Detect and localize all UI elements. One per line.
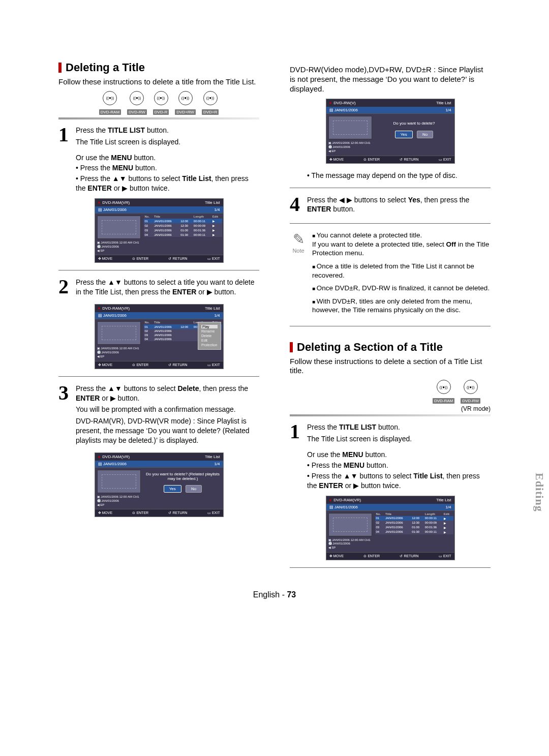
left-column: Deleting a Title Follow these instructio… [58,61,259,575]
step-number: 3 [58,384,76,402]
divider [290,223,491,224]
yes-button[interactable]: Yes [164,485,181,493]
divider [290,188,491,188]
yes-button[interactable]: Yes [395,131,413,138]
osd-thumbnail [328,116,372,139]
divider [58,376,259,377]
note-item: With DVD±R, titles are only deleted from… [312,297,491,315]
disc-item: ((●))DVD+R [202,91,219,115]
divider-band [290,414,491,416]
osd-confirm-v: DVD-RW(V)Title List ▤ JAN/01/20061/4 ▣ J… [326,99,455,163]
divider [58,270,259,270]
step-3: 3 Press the ▲▼ buttons to select Delete,… [58,384,259,447]
step-4: 4 Press the ◀ ▶ buttons to select Yes, t… [290,195,491,217]
sec2-step1-alt: Or use the MENU button. Press the MENU b… [290,450,491,491]
disc-icon: ((●)) [437,380,451,394]
section1-intro: Follow these instructions to delete a ti… [58,77,259,87]
section2-title: Deleting a Section of a Title [290,341,491,354]
step-body: Press the TITLE LIST button. The Title L… [307,422,491,446]
section1-title: Deleting a Title [58,61,259,74]
disc-icon: ((●)) [130,91,144,105]
note-box: ✎ Note You cannot delete a protected tit… [290,231,491,318]
section2-intro: Follow these instructions to delete a se… [290,357,491,376]
sec2-step-1: 1 Press the TITLE LIST button. The Title… [290,422,491,446]
osd-thumbnail [97,216,141,239]
osd-title-list-2: DVD-RAM(VR)Title List ▤ JAN/01/20061/4 ▣… [326,496,455,560]
step-body: Press the ▲▼ buttons to select Delete, t… [76,384,259,447]
step-number: 1 [58,126,76,144]
divider-band [58,117,259,119]
disc-item: ((●))DVD+RW [175,91,196,115]
step-body: Press the ◀ ▶ buttons to select Yes, the… [307,195,491,217]
divider [290,567,491,568]
step-number: 2 [58,278,76,296]
osd-thumbnail [97,470,141,493]
right-column: DVD-RW(Video mode),DVD+RW, DVD±R : Since… [290,61,491,575]
disc-item: ((●))DVD-R [153,91,169,115]
note-item: Once DVD±R, DVD-RW is finalized, it cann… [312,284,491,293]
osd-popup-menu: Play Rename Delete Edit Protection [198,322,221,350]
disc-item: ((●))DVD-RW [461,380,480,404]
disc-icon: ((●)) [154,91,168,105]
osd-context-menu: DVD-RAM(VR)Title List ▤ JAN/01/20061/4 ▣… [95,304,224,369]
osd-thumbnail [97,321,141,345]
no-button[interactable]: No [186,485,202,493]
step-2: 2 Press the ▲▼ buttons to select a title… [58,278,259,299]
step-body: Press the ▲▼ buttons to select a title y… [76,278,259,299]
osd-title-list: DVD-RAM(VR)Title List ▤ JAN/01/20061/4 ▣… [95,198,224,263]
disc-item: ((●))DVD-RW [127,91,147,115]
note-label: Note [290,248,307,254]
step-1: 1 Press the TITLE LIST button. The Title… [58,126,259,149]
side-tab: Editing [533,473,546,512]
divider [290,326,491,326]
note-item: Once a title is deleted from the Title L… [312,262,491,280]
step3-continued: DVD-RW(Video mode),DVD+RW, DVD±R : Since… [290,65,491,94]
vr-mode-label: (VR mode) [290,405,491,412]
step1-alt: Or use the MENU button. Press the MENU b… [58,153,259,194]
disc-icon: ((●)) [178,91,193,105]
step-number: 1 [290,422,307,441]
no-button[interactable]: No [417,131,433,138]
step-number: 4 [290,195,307,214]
note-icon: ✎ [290,231,307,248]
disc-icon: ((●)) [464,380,478,394]
disc-row: ((●))DVD-RAM ((●))DVD-RW [290,380,491,404]
msg-depends: The message may depend on the type of di… [290,171,491,180]
accent-icon [290,342,293,352]
disc-icon: ((●)) [203,91,218,105]
disc-item: ((●))DVD-RAM [99,91,121,115]
step-body: Press the TITLE LIST button. The Title L… [76,126,259,149]
osd-thumbnail [328,513,372,536]
note-item: You cannot delete a protected title.If y… [312,231,491,258]
accent-icon [58,63,62,73]
osd-confirm-vr: DVD-RAM(VR)Title List ▤ JAN/01/20061/4 ▣… [95,452,224,517]
disc-item: ((●))DVD-RAM [433,380,454,404]
disc-row: ((●))DVD-RAM ((●))DVD-RW ((●))DVD-R ((●)… [58,91,259,115]
disc-icon: ((●)) [103,91,117,105]
page-footer: English - 73 [58,590,491,599]
